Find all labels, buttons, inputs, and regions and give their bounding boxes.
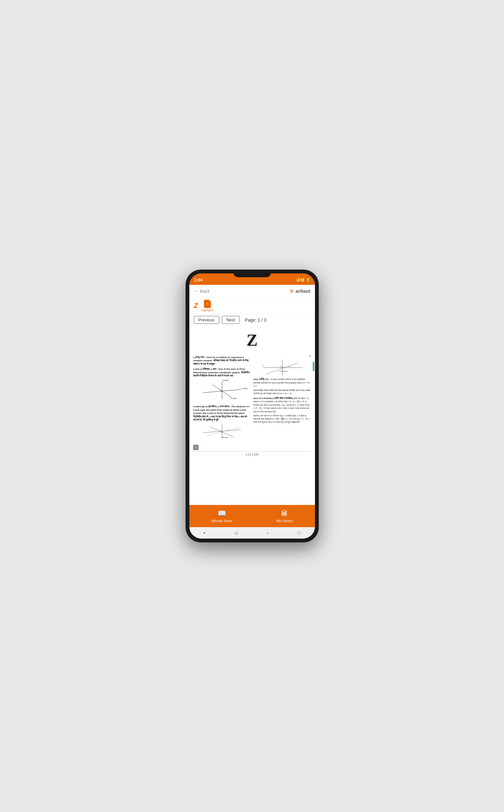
arihant-star-icon: ✳ bbox=[289, 287, 294, 295]
android-back-icon[interactable]: ◁ bbox=[234, 530, 238, 535]
right-z-diagram: O A z z-intercept y bbox=[253, 358, 311, 376]
big-z-letter: Z bbox=[193, 329, 311, 352]
back-label: Back bbox=[200, 289, 210, 294]
term-z-axis: z-axis (z-ऐक्सिस) z-अक्ष। One of the axe… bbox=[193, 368, 251, 378]
back-button[interactable]: ← Back bbox=[194, 288, 210, 294]
android-home-icon[interactable]: ○ bbox=[266, 530, 269, 535]
scroll-indicator bbox=[313, 362, 314, 371]
svg-text:z-intercept: z-intercept bbox=[279, 370, 287, 372]
svg-text:A: A bbox=[289, 365, 290, 367]
svg-text:z-intercept: z-intercept bbox=[220, 436, 228, 438]
svg-point-12 bbox=[221, 432, 222, 433]
next-button[interactable]: Next bbox=[222, 316, 240, 324]
svg-text:O: O bbox=[219, 430, 221, 432]
zero-function-hindi: एक चर x का एक मान h जिस पर f(x) = 0 अर्थ… bbox=[253, 414, 311, 423]
previous-button[interactable]: Previous bbox=[194, 316, 219, 324]
bottom-nav: 📖 eBooks Store 🏛 My Library bbox=[189, 505, 315, 527]
ebooks-icon: 📖 bbox=[218, 509, 226, 518]
status-icons: 📶 ▌▌ 🔋 bbox=[296, 278, 310, 282]
zero-hindi: एक वास्तविक संख्या जोकि योगात्मक तत्समक … bbox=[253, 389, 311, 395]
nav-buttons-bar: Previous Next Page: 1 / 3 bbox=[189, 314, 315, 326]
page-tag: Z bbox=[193, 445, 199, 450]
right-column: or O A z z-intercept y bbox=[253, 354, 311, 441]
zero-function-term: zero of a function (जीरो ऑफ ए फंक्शन) फल… bbox=[253, 397, 311, 414]
back-arrow-icon: ← bbox=[194, 288, 199, 294]
svg-text:O: O bbox=[280, 365, 281, 367]
phone-notch bbox=[233, 270, 271, 277]
term-z: z (जेड) जेड। Used as a notation to repre… bbox=[193, 356, 251, 366]
wifi-icon: 📶 bbox=[296, 278, 300, 282]
svg-point-6 bbox=[221, 390, 223, 392]
content-area[interactable]: Z z (जेड) जेड। Used as a notation to rep… bbox=[189, 326, 315, 505]
page-number: z | Z | 270 bbox=[193, 451, 311, 457]
zero-term: zero (जीरो) शून्य। A real number which i… bbox=[253, 378, 311, 388]
svg-text:y: y bbox=[263, 364, 264, 366]
signal-icon: ▌▌ bbox=[301, 278, 305, 281]
svg-text:z-axis: z-axis bbox=[231, 397, 237, 399]
two-column-layout: z (जेड) जेड। Used as a notation to repre… bbox=[193, 354, 311, 441]
battery-icon: 🔋 bbox=[306, 278, 310, 282]
z-intercept-diagram: O A z z-intercept bbox=[193, 422, 251, 440]
svg-point-20 bbox=[282, 367, 283, 368]
highlights-bar: Z ≡ Highlights bbox=[189, 298, 315, 314]
ebooks-label: eBooks Store bbox=[211, 519, 232, 523]
android-recents-icon[interactable]: □ bbox=[298, 530, 300, 535]
android-nav-bar: ▪ ◁ ○ □ bbox=[189, 527, 315, 539]
ebooks-store-nav[interactable]: 📖 eBooks Store bbox=[211, 509, 232, 523]
top-bar: ← Back ✳ arihant bbox=[189, 285, 315, 298]
term-z-intercept: z-intercept (z-इंटरसेप्ट) z-अन्तःखण्ड। T… bbox=[193, 405, 251, 422]
z-letter: Z bbox=[194, 302, 198, 310]
android-square-icon: ▪ bbox=[204, 530, 205, 535]
svg-text:y-axis: y-axis bbox=[223, 379, 229, 382]
phone-device: 1:04 📶 ▌▌ 🔋 ← Back ✳ arihant Z ≡ bbox=[186, 270, 319, 542]
svg-text:O: O bbox=[219, 389, 221, 391]
my-library-nav[interactable]: 🏛 My Library bbox=[276, 509, 292, 523]
document-icon: ≡ bbox=[204, 300, 211, 308]
or-label: or bbox=[253, 354, 311, 357]
status-time: 1:04 bbox=[194, 278, 203, 282]
phone-screen: 1:04 📶 ▌▌ 🔋 ← Back ✳ arihant Z ≡ bbox=[189, 273, 315, 539]
svg-text:z: z bbox=[237, 427, 238, 429]
highlights-button[interactable]: ≡ Highlights bbox=[201, 300, 214, 312]
arihant-logo: ✳ arihant bbox=[289, 287, 311, 295]
left-column: z (जेड) जेड। Used as a notation to repre… bbox=[193, 354, 251, 441]
highlights-label: Highlights bbox=[201, 309, 214, 312]
library-icon: 🏛 bbox=[281, 509, 288, 518]
page-footer-area: Z bbox=[193, 443, 311, 450]
z-axis-diagram: y-axis x-axis z-axis O bbox=[193, 378, 251, 402]
arihant-text: arihant bbox=[296, 289, 311, 294]
library-label: My Library bbox=[276, 519, 292, 523]
svg-text:z: z bbox=[302, 366, 303, 368]
book-page: Z z (जेड) जेड। Used as a notation to rep… bbox=[189, 326, 315, 460]
svg-text:x-axis: x-axis bbox=[242, 387, 248, 390]
page-info: Page: 1 / 3 bbox=[245, 318, 266, 323]
